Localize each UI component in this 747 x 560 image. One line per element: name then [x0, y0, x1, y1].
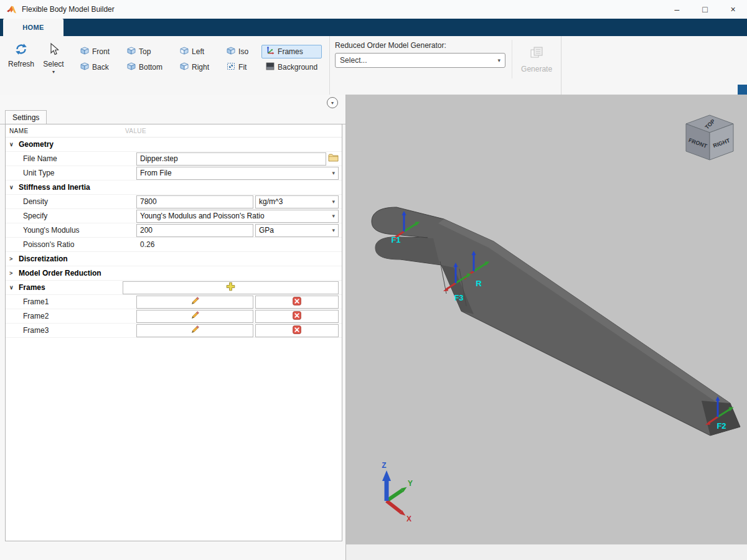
tab-settings[interactable]: Settings: [5, 110, 47, 124]
row-file-name: File Name Dipper.step: [6, 152, 342, 166]
delete-x-icon: [293, 297, 301, 307]
section-stiffness[interactable]: ∨ Stiffness and Inertia: [6, 180, 342, 195]
view-cube[interactable]: TOP FRONT RIGHT: [686, 115, 733, 160]
background-icon: [266, 62, 275, 72]
bottom-view-icon: [127, 62, 136, 72]
maximize-button[interactable]: □: [691, 0, 719, 19]
section-frames[interactable]: ∨ Frames: [6, 281, 342, 295]
top-view-button[interactable]: Top: [123, 45, 167, 58]
front-view-button[interactable]: Front: [76, 45, 114, 58]
delete-x-icon: [293, 311, 301, 322]
youngs-modulus-unit-dropdown[interactable]: GPa ▾: [255, 224, 339, 237]
section-discretization[interactable]: > Discretization: [6, 252, 342, 266]
select-button[interactable]: Select ▾: [37, 40, 70, 74]
row-frame2: Frame2: [6, 309, 342, 324]
left-view-icon: [180, 47, 189, 57]
front-view-icon: [80, 47, 89, 57]
front-view-label: Front: [92, 47, 110, 56]
specify-label: Specify: [6, 212, 136, 220]
unit-type-label: Unit Type: [6, 169, 136, 177]
background-label: Background: [278, 63, 317, 72]
chevron-down-icon: ▾: [52, 70, 55, 74]
tab-home[interactable]: HOME: [3, 19, 63, 36]
bottom-view-label: Bottom: [139, 63, 162, 72]
close-button[interactable]: ×: [719, 0, 747, 19]
density-unit-dropdown[interactable]: kg/m^3 ▾: [255, 195, 339, 208]
refresh-label: Refresh: [8, 60, 34, 68]
edit-frame1-button[interactable]: [136, 296, 253, 309]
delete-frame2-button[interactable]: [255, 310, 339, 323]
density-input[interactable]: 7800: [136, 195, 253, 208]
bottom-view-button[interactable]: Bottom: [123, 60, 167, 74]
chevron-down-icon: ▾: [332, 170, 335, 176]
app-window: Flexible Body Model Builder – □ × HOME: [0, 0, 747, 560]
viewport-bottom-strip: [346, 544, 747, 560]
generate-button[interactable]: Generate: [512, 40, 556, 78]
titlebar: Flexible Body Model Builder – □ ×: [0, 0, 747, 19]
delete-frame3-button[interactable]: [255, 324, 339, 337]
frames-toggle-button[interactable]: Frames: [261, 45, 322, 58]
section-model-order-reduction[interactable]: > Model Order Reduction: [6, 266, 342, 281]
row-frame1: Frame1: [6, 295, 342, 309]
left-view-button[interactable]: Left: [176, 45, 214, 58]
chevron-expanded-icon: ∨: [9, 284, 14, 291]
rom-generator-dropdown[interactable]: Select... ▾: [335, 53, 505, 68]
youngs-modulus-input[interactable]: 200: [136, 224, 253, 237]
right-view-button[interactable]: Right: [176, 60, 214, 74]
back-view-button[interactable]: Back: [76, 60, 114, 74]
delete-frame1-button[interactable]: [255, 296, 339, 309]
right-view-label: Right: [192, 63, 209, 72]
viewport-3d[interactable]: F1 R F3 F2: [346, 95, 747, 544]
name-column-header: NAME: [6, 124, 123, 137]
background-button[interactable]: Background: [261, 60, 322, 74]
top-view-label: Top: [139, 47, 151, 56]
ribbon: Refresh Select ▾ Front Back: [0, 36, 747, 95]
refresh-icon: [14, 42, 28, 58]
refresh-button[interactable]: Refresh: [5, 40, 37, 68]
table-header: NAME VALUE: [6, 124, 342, 138]
pencil-icon: [190, 325, 200, 336]
unit-type-dropdown[interactable]: From File ▾: [136, 167, 339, 180]
chevron-collapsed-icon: >: [9, 256, 14, 262]
file-name-label: File Name: [6, 154, 136, 163]
row-density: Density 7800 kg/m^3 ▾: [6, 195, 342, 209]
delete-x-icon: [293, 325, 301, 336]
select-label: Select: [43, 60, 63, 68]
file-name-input[interactable]: Dipper.step: [136, 152, 326, 166]
fit-view-button[interactable]: Fit: [222, 60, 253, 74]
ribbon-right-accent: [738, 85, 747, 95]
chevron-down-icon: ▾: [332, 198, 335, 205]
youngs-modulus-unit-value: GPa: [259, 226, 274, 235]
specify-dropdown[interactable]: Young's Modulus and Poisson's Ratio ▾: [136, 210, 339, 223]
top-view-icon: [127, 47, 136, 57]
world-axis-x-label: X: [406, 515, 411, 523]
specify-value: Young's Modulus and Poisson's Ratio: [140, 212, 265, 220]
panel-tabbar: Settings: [0, 110, 345, 124]
chevron-expanded-icon: ∨: [9, 141, 14, 147]
poissons-ratio-value[interactable]: 0.26: [136, 240, 154, 249]
density-label: Density: [6, 197, 136, 206]
unit-type-value: From File: [140, 169, 172, 177]
frame2-label: Frame2: [6, 312, 136, 320]
poissons-ratio-label: Poisson's Ratio: [6, 240, 136, 249]
add-frame-button[interactable]: [123, 281, 339, 294]
pencil-icon: [190, 296, 200, 307]
iso-view-button[interactable]: Iso: [222, 45, 253, 58]
iso-view-label: Iso: [238, 47, 248, 56]
value-column-header: VALUE: [123, 124, 342, 137]
density-unit-value: kg/m^3: [259, 197, 283, 206]
back-view-icon: [80, 62, 89, 72]
minimize-button[interactable]: –: [663, 0, 691, 19]
frame1-label: Frame1: [6, 297, 136, 306]
chevron-down-icon: ▾: [498, 57, 501, 63]
model-order-reduction-header: Model Order Reduction: [19, 269, 101, 278]
frames-toggle-label: Frames: [278, 47, 303, 56]
section-geometry[interactable]: ∨ Geometry: [6, 138, 342, 152]
edit-frame3-button[interactable]: [136, 324, 253, 337]
pane-collapse-button[interactable]: ▾: [327, 97, 338, 108]
fit-view-icon: [227, 62, 235, 72]
browse-file-button[interactable]: [328, 154, 339, 164]
world-axis-y-label: Y: [408, 479, 413, 488]
edit-frame2-button[interactable]: [136, 310, 253, 323]
generate-icon: [529, 45, 544, 62]
